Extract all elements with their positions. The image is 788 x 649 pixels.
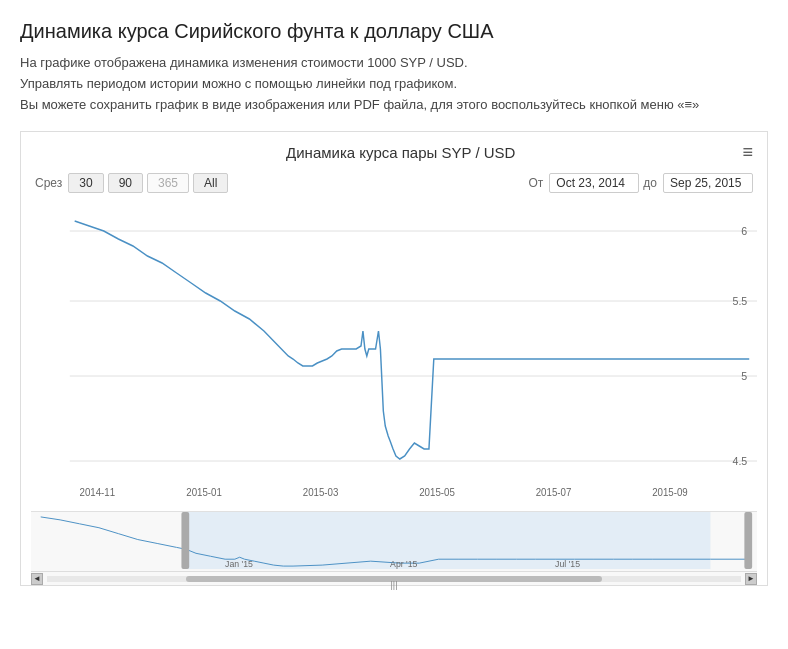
scrollbar-track[interactable]: ||| <box>47 576 741 582</box>
main-chart-area: 6 5.5 5 4.5 2014-11 2015-01 2015-03 2015… <box>31 201 757 511</box>
page-container: Динамика курса Сирийского фунта к доллар… <box>0 0 788 649</box>
svg-text:2015-05: 2015-05 <box>419 487 455 498</box>
scrollbar-area[interactable]: ◄ ||| ► <box>31 571 757 585</box>
svg-text:4.5: 4.5 <box>732 455 747 467</box>
chart-title: Динамика курса пары SYP / USD <box>59 144 742 161</box>
svg-text:2014-11: 2014-11 <box>80 487 116 498</box>
svg-text:2015-09: 2015-09 <box>652 487 688 498</box>
to-date-input[interactable] <box>663 173 753 193</box>
from-date-input[interactable] <box>549 173 639 193</box>
period-btn-90[interactable]: 90 <box>108 173 143 193</box>
svg-text:2015-03: 2015-03 <box>303 487 339 498</box>
svg-rect-16 <box>181 512 189 569</box>
svg-text:Jul '15: Jul '15 <box>555 559 580 569</box>
svg-rect-17 <box>744 512 752 569</box>
period-btn-all[interactable]: All <box>193 173 228 193</box>
mini-chart-area[interactable]: Jan '15 Apr '15 Jul '15 <box>31 511 757 571</box>
scroll-left-btn[interactable]: ◄ <box>31 573 43 585</box>
period-btn-30[interactable]: 30 <box>68 173 103 193</box>
svg-text:2015-07: 2015-07 <box>536 487 572 498</box>
svg-text:5.5: 5.5 <box>732 295 747 307</box>
description: На графике отображена динамика изменения… <box>20 53 768 115</box>
period-label: Срез <box>35 176 62 190</box>
chart-container: Динамика курса пары SYP / USD ≡ Срез 30 … <box>20 131 768 586</box>
menu-icon[interactable]: ≡ <box>742 142 753 163</box>
from-label: От <box>528 176 543 190</box>
page-title: Динамика курса Сирийского фунта к доллар… <box>20 20 768 43</box>
controls-left: Срез 30 90 365 All <box>35 173 228 193</box>
main-chart-svg: 6 5.5 5 4.5 2014-11 2015-01 2015-03 2015… <box>31 201 757 511</box>
desc-line3: Вы можете сохранить график в виде изобра… <box>20 95 768 116</box>
chart-header: Динамика курса пары SYP / USD ≡ <box>31 142 757 163</box>
desc-line2: Управлять периодом истории можно с помощ… <box>20 74 768 95</box>
chart-controls: Срез 30 90 365 All От до <box>31 173 757 193</box>
svg-rect-15 <box>186 512 710 569</box>
svg-text:6: 6 <box>741 225 747 237</box>
period-btn-365[interactable]: 365 <box>147 173 189 193</box>
svg-text:2015-01: 2015-01 <box>186 487 222 498</box>
svg-text:Apr '15: Apr '15 <box>390 559 417 569</box>
scroll-right-btn[interactable]: ► <box>745 573 757 585</box>
scroll-indicator: ||| <box>390 580 397 590</box>
controls-right: От до <box>528 173 753 193</box>
svg-text:Jan '15: Jan '15 <box>225 559 253 569</box>
svg-text:5: 5 <box>741 370 747 382</box>
to-label: до <box>643 176 657 190</box>
mini-chart-svg: Jan '15 Apr '15 Jul '15 <box>31 512 757 571</box>
desc-line1: На графике отображена динамика изменения… <box>20 53 768 74</box>
